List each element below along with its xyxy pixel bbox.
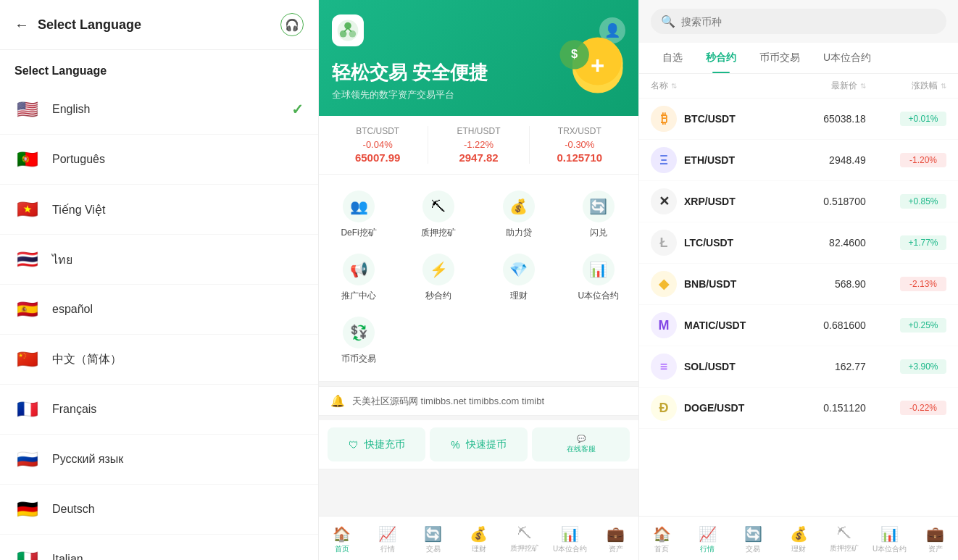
language-item[interactable]: 🇨🇳 中文（简体） bbox=[0, 335, 318, 385]
change-badge: -0.22% bbox=[900, 401, 946, 415]
coin-row[interactable]: ≡ SOL/USDT 162.77 +3.90% bbox=[639, 346, 958, 388]
coin-row[interactable]: Ξ ETH/USDT 2948.49 -1.20% bbox=[639, 140, 958, 181]
ticker-item[interactable]: BTC/USDT -0.04% 65007.99 bbox=[330, 126, 425, 164]
ticker-item[interactable]: TRX/USDT -0.30% 0.125710 bbox=[533, 126, 627, 164]
coin-icon: Ł bbox=[651, 230, 677, 256]
shield-icon: 🛡 bbox=[349, 439, 359, 451]
sort-change-icon: ⇅ bbox=[941, 82, 946, 90]
menu-item[interactable]: 📊 U本位合约 bbox=[559, 246, 638, 309]
change-badge: +1.77% bbox=[900, 235, 946, 250]
language-item[interactable]: 🇵🇹 Português bbox=[0, 135, 318, 185]
menu-item[interactable]: 💎 理财 bbox=[479, 246, 559, 309]
right-nav-item[interactable]: 📊 U本位合约 bbox=[867, 522, 912, 557]
headset-icon: 🎧 bbox=[285, 18, 299, 32]
coin-row[interactable]: Ð DOGE/USDT 0.151120 -0.22% bbox=[639, 388, 958, 429]
tab-item[interactable]: 自选 bbox=[651, 43, 694, 73]
coin-row[interactable]: ◆ BNB/USDT 568.90 -2.13% bbox=[639, 264, 958, 305]
change-badge: -1.20% bbox=[900, 153, 946, 167]
coin-icon: M bbox=[651, 312, 677, 338]
coin-price: 65038.18 bbox=[758, 113, 865, 125]
menu-icon: 💱 bbox=[343, 317, 375, 348]
svg-text:+: + bbox=[591, 52, 604, 79]
coin-name: BNB/USDT bbox=[684, 278, 736, 290]
tab-item[interactable]: U本位合约 bbox=[812, 43, 883, 73]
coin-row[interactable]: ₿ BTC/USDT 65038.18 +0.01% bbox=[639, 99, 958, 140]
right-nav-icon: 🏠 bbox=[653, 525, 671, 543]
right-nav-label: 交易 bbox=[746, 544, 760, 554]
language-item[interactable]: 🇪🇸 español bbox=[0, 285, 318, 335]
withdraw-button[interactable]: % 快速提币 bbox=[430, 427, 528, 461]
right-nav-item[interactable]: 💼 资产 bbox=[912, 522, 958, 557]
language-name: Italian bbox=[52, 553, 304, 560]
menu-item[interactable]: 🔄 闪兑 bbox=[559, 183, 638, 246]
sort-price-icon: ⇅ bbox=[860, 82, 866, 90]
tab-item[interactable]: 秒合约 bbox=[694, 43, 748, 73]
language-item[interactable]: 🇩🇪 Deutsch bbox=[0, 485, 318, 535]
nav-item[interactable]: 🏠 首页 bbox=[319, 522, 365, 557]
nav-item[interactable]: 🔄 交易 bbox=[410, 522, 456, 557]
right-nav-item[interactable]: 📈 行情 bbox=[685, 522, 730, 557]
language-item[interactable]: 🇮🇹 Italian bbox=[0, 535, 318, 560]
col-price: 最新价 ⇅ bbox=[758, 80, 865, 92]
right-nav-item[interactable]: 🔄 交易 bbox=[730, 522, 776, 557]
deposit-label: 快捷充币 bbox=[365, 438, 405, 451]
search-input[interactable] bbox=[681, 16, 936, 28]
coin-change: -2.13% bbox=[866, 277, 946, 291]
nav-item[interactable]: ⛏ 质押挖矿 bbox=[501, 522, 547, 557]
right-nav-item[interactable]: 🏠 首页 bbox=[639, 522, 685, 557]
table-header: 名称 ⇅ 最新价 ⇅ 涨跌幅 ⇅ bbox=[639, 74, 958, 99]
ticker-change: -0.30% bbox=[533, 139, 627, 150]
nav-item[interactable]: 📈 行情 bbox=[365, 522, 410, 557]
menu-item[interactable]: ⚡ 秒合约 bbox=[399, 246, 478, 309]
menu-item[interactable]: 💰 助力贷 bbox=[479, 183, 559, 246]
ticker-price: 2947.82 bbox=[431, 151, 525, 164]
right-nav-icon: 📊 bbox=[880, 525, 899, 543]
coin-row[interactable]: Ł LTC/USDT 82.4600 +1.77% bbox=[639, 222, 958, 264]
coin-row[interactable]: M MATIC/USDT 0.681600 +0.25% bbox=[639, 305, 958, 346]
menu-icon: 👥 bbox=[343, 191, 375, 222]
menu-item[interactable]: ⛏ 质押挖矿 bbox=[399, 183, 478, 246]
menu-label: U本位合约 bbox=[578, 290, 620, 302]
selected-check-icon: ✓ bbox=[291, 101, 304, 118]
language-name: Русский язык bbox=[52, 453, 304, 466]
tab-item[interactable]: 币币交易 bbox=[748, 43, 812, 73]
ticker-bar: BTC/USDT -0.04% 65007.99 ETH/USDT -1.22%… bbox=[319, 116, 638, 175]
select-language-label: Select Language bbox=[0, 50, 318, 85]
coin-icon: ◆ bbox=[651, 271, 677, 297]
language-item[interactable]: 🇫🇷 Français bbox=[0, 385, 318, 435]
back-button[interactable]: ← bbox=[14, 17, 29, 33]
right-nav-item[interactable]: 💰 理财 bbox=[776, 522, 822, 557]
support-button[interactable]: 🎧 bbox=[280, 13, 304, 36]
nav-item[interactable]: 📊 U本位合约 bbox=[547, 522, 593, 557]
coin-icon: ≡ bbox=[651, 354, 677, 380]
language-item[interactable]: 🇷🇺 Русский язык bbox=[0, 435, 318, 485]
right-bottom-nav: 🏠 首页 📈 行情 🔄 交易 💰 理财 ⛏ 质押挖矿 📊 U本位合约 💼 资产 bbox=[639, 516, 958, 560]
nav-label: 交易 bbox=[426, 544, 441, 554]
deposit-button[interactable]: 🛡 快捷充币 bbox=[328, 427, 425, 461]
language-item[interactable]: 🇻🇳 Tiếng Việt bbox=[0, 185, 318, 235]
menu-item[interactable]: 💱 币币交易 bbox=[319, 309, 399, 372]
nav-label: U本位合约 bbox=[553, 544, 587, 554]
ticker-pair: ETH/USDT bbox=[431, 126, 525, 136]
nav-item[interactable]: 💰 理财 bbox=[456, 522, 501, 557]
coin-name: ETH/USDT bbox=[684, 154, 735, 166]
ticker-pair: BTC/USDT bbox=[330, 126, 425, 136]
right-nav-item[interactable]: ⛏ 质押挖矿 bbox=[821, 522, 867, 557]
right-nav-icon: 💰 bbox=[790, 525, 808, 543]
nav-label: 行情 bbox=[380, 544, 395, 554]
menu-item[interactable]: 📢 推广中心 bbox=[319, 246, 399, 309]
nav-item[interactable]: 💼 资产 bbox=[593, 522, 638, 557]
coin-row[interactable]: ✕ XRP/USDT 0.518700 +0.85% bbox=[639, 181, 958, 222]
ticker-item[interactable]: ETH/USDT -1.22% 2947.82 bbox=[431, 126, 525, 164]
flag-icon: 🇪🇸 bbox=[14, 296, 41, 322]
language-item[interactable]: 🇹🇭 ไทย bbox=[0, 235, 318, 285]
menu-grid: 👥 DeFi挖矿 ⛏ 质押挖矿 💰 助力贷 🔄 闪兑 📢 推广中心 ⚡ 秒合约 … bbox=[319, 175, 638, 382]
language-item[interactable]: 🇺🇸 English ✓ bbox=[0, 85, 318, 135]
menu-item[interactable]: 👥 DeFi挖矿 bbox=[319, 183, 399, 246]
service-button[interactable]: 💬 在线客服 bbox=[532, 427, 630, 461]
menu-icon: 📊 bbox=[583, 254, 615, 285]
coin-svg: + $ bbox=[548, 18, 628, 98]
coin-info: Ł LTC/USDT bbox=[651, 230, 758, 256]
col-name: 名称 ⇅ bbox=[651, 80, 758, 92]
menu-label: 推广中心 bbox=[341, 290, 376, 302]
